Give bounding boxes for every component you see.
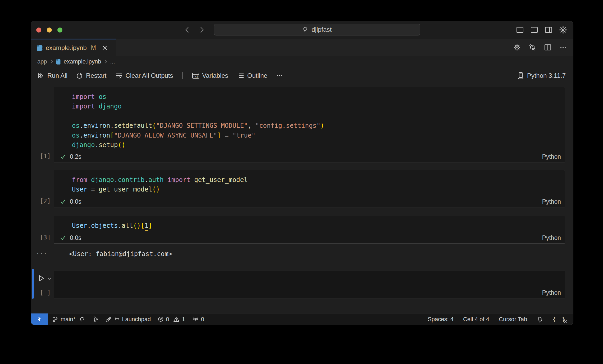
- code-cell-4-empty[interactable]: Python: [54, 271, 565, 298]
- variables-button[interactable]: (x) Variables: [192, 72, 228, 79]
- run-all-icon: [37, 72, 45, 79]
- notifications-bell-icon[interactable]: [537, 316, 543, 322]
- open-changes-compare-icon[interactable]: [529, 44, 536, 51]
- tab-bar: example.ipynb M: [31, 39, 573, 56]
- more-actions-icon[interactable]: [559, 44, 567, 51]
- tab-modified-badge: M: [91, 44, 96, 51]
- run-options-chevron-icon[interactable]: [47, 276, 52, 281]
- code-cell-3[interactable]: User.objects.all()[1] 0.0s Python: [54, 216, 565, 244]
- cell-2-exec-time: 0.0s: [70, 198, 81, 205]
- breadcrumb-more[interactable]: ...: [110, 58, 115, 65]
- cell-4-execution-count: [ ]: [37, 288, 53, 297]
- launchpad-label: Launchpad: [122, 316, 151, 323]
- toggle-panel-icon[interactable]: [530, 26, 538, 34]
- command-center-search[interactable]: djipfast: [214, 24, 420, 35]
- success-check-icon: [60, 153, 66, 160]
- breadcrumb-file[interactable]: example.ipynb: [64, 58, 101, 65]
- cell-2-status-bar: 0.0s Python: [54, 196, 565, 207]
- run-all-button[interactable]: Run All: [37, 72, 67, 79]
- cell-1-execution-count: [1]: [37, 151, 53, 161]
- cursor-tab-indicator[interactable]: Cursor Tab: [499, 316, 527, 323]
- cell-1-language-label[interactable]: Python: [542, 153, 561, 160]
- notebook-toolbar: Run All Restart Clear All Outputs (x) Va…: [37, 68, 566, 84]
- formatter-braces-icon[interactable]: { }: [552, 316, 566, 322]
- search-value: djipfast: [312, 26, 332, 33]
- success-check-icon: [60, 235, 66, 241]
- toggle-secondary-sidebar-icon[interactable]: [545, 26, 552, 34]
- chevron-right-icon: [104, 59, 108, 64]
- settings-gear-icon[interactable]: [559, 26, 567, 34]
- plug-icon: [114, 316, 120, 322]
- notebook-icon: [37, 44, 43, 51]
- restart-label: Restart: [86, 72, 106, 79]
- vscode-window: djipfast example.ipynb M: [31, 21, 573, 325]
- spaces-indicator[interactable]: Spaces: 4: [428, 316, 454, 323]
- cell-1-status-bar: 0.2s Python: [54, 151, 565, 162]
- restart-button[interactable]: Restart: [76, 72, 106, 79]
- branch-status-item[interactable]: main*: [52, 316, 85, 323]
- warning-icon: [173, 316, 180, 322]
- outline-label: Outline: [247, 72, 267, 79]
- status-bar: main* Launchpad 0: [31, 313, 573, 325]
- tab-close-icon[interactable]: [102, 45, 108, 51]
- breadcrumb: app example.ipynb ...: [37, 56, 115, 67]
- zoom-window-button[interactable]: [57, 28, 62, 33]
- output-text: <User: fabian@djipfast.com>: [69, 248, 172, 260]
- code-cell-1[interactable]: import osimport django os.environ.setdef…: [54, 87, 565, 162]
- toolbar-more-actions-icon[interactable]: [276, 72, 283, 79]
- cell-4-language-label[interactable]: Python: [542, 289, 561, 296]
- cell-2-language-label[interactable]: Python: [542, 198, 561, 205]
- forward-icon[interactable]: [198, 26, 206, 34]
- outline-button[interactable]: Outline: [237, 72, 267, 79]
- ports-count: 0: [201, 316, 204, 323]
- variables-label: Variables: [202, 72, 228, 79]
- rocket-icon: [106, 316, 112, 322]
- svg-text:(x): (x): [193, 75, 198, 78]
- run-cell-button[interactable]: [37, 274, 46, 283]
- braces-x-badge: [564, 320, 567, 323]
- git-branch-icon: [52, 316, 58, 322]
- title-bar: djipfast: [31, 21, 573, 39]
- clear-all-outputs-button[interactable]: Clear All Outputs: [115, 72, 173, 79]
- notebook-icon: [56, 59, 61, 65]
- cell-position-indicator[interactable]: Cell 4 of 4: [463, 316, 489, 323]
- split-editor-icon[interactable]: [544, 44, 551, 51]
- error-count: 0: [166, 316, 169, 323]
- code-cell-2[interactable]: from django.contrib.auth import get_user…: [54, 170, 565, 207]
- tab-example-ipynb[interactable]: example.ipynb M: [31, 39, 116, 56]
- cell-3-exec-time: 0.0s: [70, 234, 81, 242]
- cell-3-language-label[interactable]: Python: [542, 234, 561, 242]
- sync-icon[interactable]: [79, 316, 85, 322]
- run-all-label: Run All: [47, 72, 67, 79]
- close-window-button[interactable]: [36, 28, 41, 33]
- output-gutter-dots[interactable]: ···: [34, 248, 49, 260]
- toggle-primary-sidebar-icon[interactable]: [516, 26, 524, 34]
- restart-icon: [76, 72, 83, 79]
- minimize-window-button[interactable]: [47, 28, 52, 33]
- back-icon[interactable]: [183, 26, 191, 34]
- cell-1-code[interactable]: import osimport django os.environ.setdef…: [54, 87, 565, 150]
- search-icon: [303, 26, 309, 33]
- remote-indicator[interactable]: [31, 313, 48, 325]
- launchpad-status-item[interactable]: Launchpad: [106, 316, 151, 323]
- kernel-label: Python 3.11.7: [527, 72, 566, 79]
- source-control-graph-icon[interactable]: [92, 316, 99, 322]
- error-icon: [158, 316, 164, 322]
- focused-cell-indicator: [32, 269, 34, 299]
- radio-tower-icon: [192, 316, 199, 322]
- outline-icon: [237, 72, 245, 79]
- ports-status-item[interactable]: 0: [192, 316, 204, 323]
- breadcrumb-folder[interactable]: app: [37, 58, 47, 65]
- clear-all-outputs-label: Clear All Outputs: [125, 72, 173, 79]
- cell-3-code[interactable]: User.objects.all()[1]: [54, 216, 565, 230]
- editor-settings-gear-icon[interactable]: [513, 44, 521, 51]
- cell-2-code[interactable]: from django.contrib.auth import get_user…: [54, 170, 565, 194]
- cell-4-status-bar: Python: [54, 287, 565, 298]
- cell-1-exec-time: 0.2s: [70, 153, 81, 160]
- cell-3-status-bar: 0.0s Python: [54, 232, 565, 243]
- branch-name: main*: [61, 316, 75, 323]
- kernel-picker-button[interactable]: Python 3.11.7: [517, 72, 566, 80]
- problems-status-item[interactable]: 0 1: [158, 316, 185, 323]
- variables-icon: (x): [192, 72, 200, 79]
- warning-count: 1: [182, 316, 185, 323]
